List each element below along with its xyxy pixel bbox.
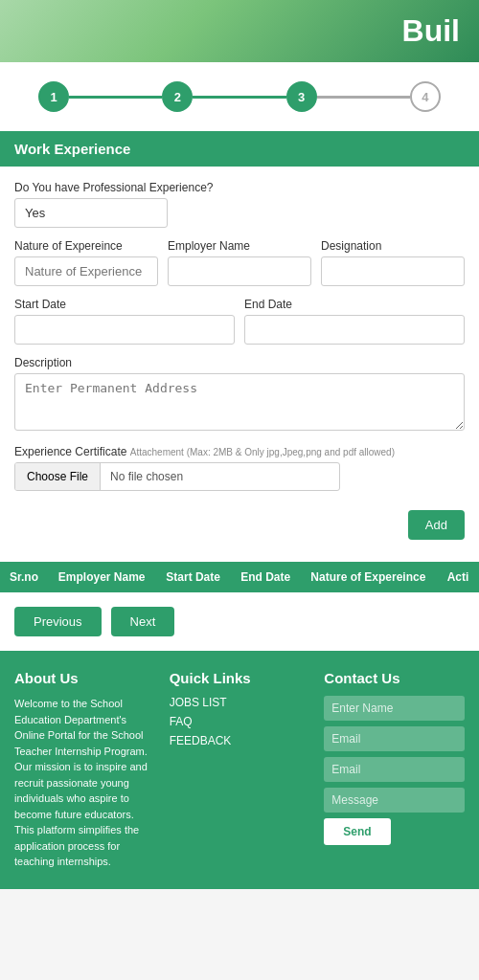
description-label: Description (14, 356, 465, 369)
footer-about-text: Welcome to the School Education Departme… (14, 696, 155, 870)
contact-message-input[interactable] (324, 788, 465, 813)
footer: About Us Welcome to the School Education… (0, 651, 479, 889)
cert-label-wrapper: Experience Certificate Attachement (Max:… (14, 445, 465, 458)
header-title: Buil (402, 13, 460, 49)
form-container: Do You have Professional Experience? Nat… (0, 167, 479, 562)
step-4: 4 (410, 81, 441, 112)
employer-input[interactable] (168, 256, 311, 286)
description-textarea[interactable] (14, 373, 465, 431)
step-line-1 (69, 96, 162, 99)
certificate-group: Experience Certificate Attachement (Max:… (14, 445, 465, 491)
contact-email1-input[interactable] (324, 726, 465, 751)
start-date-group: Start Date (14, 298, 235, 345)
file-name-display: No file chosen (101, 463, 339, 490)
footer-about-title: About Us (14, 670, 155, 686)
cert-label-text: Experience Certificate (14, 445, 126, 458)
end-date-group: End Date (244, 298, 465, 345)
nature-group: Nature of Expereince (14, 239, 158, 286)
step-line-3 (317, 96, 410, 99)
col-enddate: End Date (231, 562, 301, 592)
nature-input[interactable] (14, 256, 158, 286)
step-1: 1 (38, 81, 69, 112)
contact-email2-input[interactable] (324, 757, 465, 782)
experience-table-container: Sr.no Employer Name Start Date End Date … (0, 562, 479, 592)
nav-buttons: Previous Next (0, 592, 479, 651)
step-2: 2 (162, 81, 193, 112)
previous-button[interactable]: Previous (14, 607, 102, 636)
footer-contact: Contact Us Send (324, 670, 465, 870)
professional-experience-label: Do You have Professional Experience? (14, 181, 465, 194)
col-srno: Sr.no (0, 562, 49, 592)
footer-quick-links: Quick Links JOBS LIST FAQ FEEDBACK (170, 670, 310, 870)
nature-label: Nature of Expereince (14, 239, 158, 253)
stepper: 1 2 3 4 (38, 81, 441, 112)
step-line-2 (193, 96, 285, 99)
send-button[interactable]: Send (324, 818, 390, 845)
choose-file-button[interactable]: Choose File (15, 463, 101, 490)
footer-contact-title: Contact Us (324, 670, 465, 686)
section-header: Work Experience (0, 131, 479, 167)
add-button-row: Add (14, 502, 465, 547)
file-input-wrapper: Choose File No file chosen (14, 462, 340, 491)
step-3: 3 (286, 81, 317, 112)
nature-employer-designation-row: Nature of Expereince Employer Name Desig… (14, 239, 465, 298)
col-employer: Employer Name (49, 562, 156, 592)
end-date-label: End Date (244, 298, 465, 311)
professional-experience-group: Do You have Professional Experience? (14, 181, 465, 228)
description-group: Description (14, 356, 465, 434)
col-nature: Nature of Expereince (301, 562, 437, 592)
contact-name-input[interactable] (324, 696, 465, 721)
add-button[interactable]: Add (408, 510, 465, 540)
footer-quick-links-title: Quick Links (170, 670, 310, 686)
designation-label: Designation (321, 239, 465, 253)
designation-group: Designation (321, 239, 465, 286)
employer-group: Employer Name (168, 239, 311, 286)
footer-about: About Us Welcome to the School Education… (14, 670, 155, 870)
footer-link-jobs[interactable]: JOBS LIST (170, 696, 310, 709)
table-header-row: Sr.no Employer Name Start Date End Date … (0, 562, 479, 592)
footer-link-faq[interactable]: FAQ (170, 715, 310, 728)
start-date-label: Start Date (14, 298, 235, 311)
start-date-input[interactable] (14, 315, 235, 345)
col-startdate: Start Date (156, 562, 231, 592)
col-action: Acti (438, 562, 479, 592)
employer-label: Employer Name (168, 239, 311, 253)
footer-link-feedback[interactable]: FEEDBACK (170, 734, 310, 747)
header: Buil (0, 0, 479, 62)
stepper-container: 1 2 3 4 (0, 62, 479, 131)
end-date-input[interactable] (244, 315, 465, 345)
dates-row: Start Date End Date (14, 298, 465, 356)
professional-experience-input[interactable] (14, 198, 168, 228)
experience-table: Sr.no Employer Name Start Date End Date … (0, 562, 479, 592)
cert-subtext: Attachement (Max: 2MB & Only jpg,Jpeg,pn… (130, 447, 395, 457)
next-button[interactable]: Next (111, 607, 175, 636)
designation-input[interactable] (321, 256, 465, 286)
